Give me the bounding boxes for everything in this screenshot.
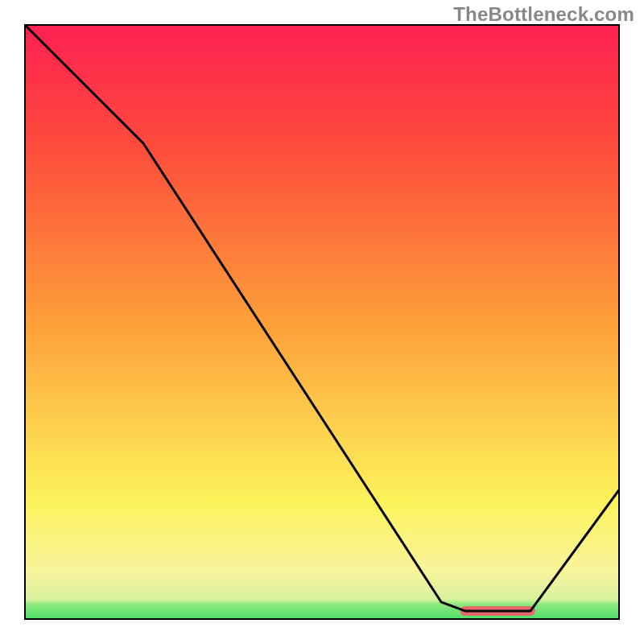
chart-plot xyxy=(24,24,620,620)
watermark: TheBottleneck.com xyxy=(453,3,634,26)
chart-canvas: TheBottleneck.com xyxy=(0,0,644,644)
chart-svg xyxy=(24,24,620,620)
